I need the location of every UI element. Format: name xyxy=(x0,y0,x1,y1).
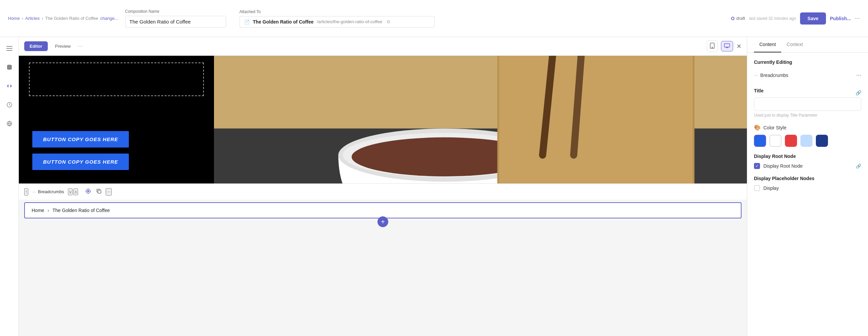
editor-button[interactable]: Editor xyxy=(24,41,48,51)
currently-editing-section: Currently Editing ··· Breadcrumbs ··· xyxy=(754,60,861,81)
hero-section: BUTTON COPY GOES HERE BUTTON COPY GOES H… xyxy=(19,56,747,183)
right-panel-body: Currently Editing ··· Breadcrumbs ··· Ti… xyxy=(747,53,868,198)
main-layout: Editor Preview ··· ✕ BUTTON COPY GOES HE… xyxy=(0,37,868,336)
hero-button-1[interactable]: BUTTON COPY GOES HERE xyxy=(32,131,129,147)
svg-rect-15 xyxy=(498,56,694,183)
top-actions: draft last saved 32 minutes ago Save Pub… xyxy=(731,12,860,25)
hero-button-2[interactable]: BUTTON COPY GOES HERE xyxy=(32,154,129,170)
title-section: Title 🔗 Used just to display Title Param… xyxy=(754,88,861,117)
breadcrumb-sep-2: › xyxy=(42,16,43,21)
editor-toolbar: Editor Preview ··· ✕ xyxy=(19,37,747,56)
composition-name-input[interactable] xyxy=(125,16,226,28)
title-link-icon[interactable]: 🔗 xyxy=(856,90,861,95)
component-dots-icon: ··· xyxy=(32,189,36,194)
component-more-button[interactable]: ··· xyxy=(106,188,111,196)
draft-label: draft xyxy=(737,16,745,21)
chevron-down-button[interactable]: ∨ xyxy=(68,189,73,195)
breadcrumb-current-page: The Golden Ratio of Coffee xyxy=(53,208,110,213)
svg-point-7 xyxy=(712,47,713,48)
composition-label: Composition Name xyxy=(125,9,233,14)
right-panel-tabs: Content Context xyxy=(747,37,868,53)
title-input[interactable] xyxy=(754,97,861,111)
title-section-label: Title xyxy=(754,88,764,93)
color-swatches xyxy=(754,135,861,147)
toolbar-right: ✕ xyxy=(707,40,742,52)
breadcrumb-component: Home › The Golden Ratio of Coffee xyxy=(24,202,742,219)
display-placeholder-checkbox[interactable] xyxy=(754,185,760,191)
swatch-light-blue[interactable] xyxy=(800,135,812,147)
display-placeholder-header: Display Placeholder Nodes xyxy=(754,176,861,181)
right-panel: Content Context Currently Editing ··· Br… xyxy=(747,37,868,336)
attached-label: Attached To xyxy=(240,9,724,14)
component-bar: ↑ ··· Breadcrumbs ∨ ∧ ··· xyxy=(19,183,747,200)
coffee-image: 100% GLACIAL WASHED xyxy=(214,56,747,183)
close-editor-button[interactable]: ✕ xyxy=(737,43,742,50)
component-label-area: ··· Breadcrumbs xyxy=(32,189,64,194)
svg-rect-0 xyxy=(6,46,12,47)
display-root-row: ✓ Display Root Node 🔗 xyxy=(754,163,861,169)
breadcrumb-change-link[interactable]: change... xyxy=(100,16,118,21)
palette-icon: 🎨 xyxy=(754,124,761,131)
publish-button[interactable]: Publish... xyxy=(830,16,851,21)
display-root-link-icon[interactable]: 🔗 xyxy=(856,164,861,169)
tab-content[interactable]: Content xyxy=(754,37,781,53)
swatch-white[interactable] xyxy=(769,135,781,147)
draft-badge: draft xyxy=(731,16,745,21)
canvas: BUTTON COPY GOES HERE BUTTON COPY GOES H… xyxy=(19,56,747,336)
swatch-dark-blue[interactable] xyxy=(816,135,828,147)
add-block-button[interactable]: + xyxy=(377,216,388,227)
display-root-checkbox-label: Display Root Node xyxy=(763,163,803,169)
sidebar-database-icon[interactable] xyxy=(3,61,16,73)
preview-button[interactable]: Preview xyxy=(51,41,75,51)
component-actions: ··· xyxy=(84,187,111,196)
svg-rect-27 xyxy=(98,190,101,193)
component-target-button[interactable] xyxy=(84,187,92,196)
editing-item-dots-icon: ··· xyxy=(754,73,758,78)
breadcrumb-sep-1: › xyxy=(22,16,23,21)
toolbar-more-button[interactable]: ··· xyxy=(78,43,83,49)
breadcrumb-home[interactable]: Home xyxy=(32,208,44,213)
mobile-view-button[interactable] xyxy=(707,40,718,52)
save-button[interactable]: Save xyxy=(800,12,826,25)
chevron-up-button[interactable]: ∧ xyxy=(73,189,78,195)
display-placeholder-section: Display Placeholder Nodes Display xyxy=(754,176,861,191)
attached-title: The Golden Ratio of Coffee xyxy=(253,19,314,25)
attached-url: /articles/the-golden-ratio-of-coffee xyxy=(317,19,382,24)
swatch-blue[interactable] xyxy=(754,135,766,147)
checkmark-icon: ✓ xyxy=(755,164,759,168)
attached-section: Attached To 📄 The Golden Ratio of Coffee… xyxy=(240,9,724,28)
component-back-button[interactable]: ↑ xyxy=(24,188,28,196)
display-root-checkbox[interactable]: ✓ xyxy=(754,163,760,169)
sidebar-global-icon[interactable] xyxy=(3,117,16,130)
display-placeholder-checkbox-label: Display xyxy=(763,186,779,191)
hero-left: BUTTON COPY GOES HERE BUTTON COPY GOES H… xyxy=(19,56,214,183)
last-saved-label: last saved 32 minutes ago xyxy=(749,16,796,21)
breadcrumb-component-wrapper: Home › The Golden Ratio of Coffee + xyxy=(19,200,747,221)
sidebar-menu-icon[interactable] xyxy=(3,42,16,55)
tab-context[interactable]: Context xyxy=(781,37,808,53)
sidebar-code-icon[interactable] xyxy=(3,80,16,92)
editor-area: Editor Preview ··· ✕ BUTTON COPY GOES HE… xyxy=(19,37,747,336)
title-hint: Used just to display Title Parameter xyxy=(754,113,861,117)
swatch-red[interactable] xyxy=(785,135,797,147)
editing-item-more-button[interactable]: ··· xyxy=(856,72,861,79)
sidebar-history-icon[interactable] xyxy=(3,99,16,111)
display-root-section: Display Root Node ✓ Display Root Node 🔗 xyxy=(754,154,861,169)
composition-section: Composition Name xyxy=(125,9,233,28)
currently-editing-label: Currently Editing xyxy=(754,60,861,65)
left-sidebar xyxy=(0,37,19,336)
breadcrumb-articles-link[interactable]: Articles xyxy=(25,16,40,21)
copy-icon[interactable]: ⧉ xyxy=(387,19,390,25)
desktop-view-button[interactable] xyxy=(721,41,733,52)
component-duplicate-button[interactable] xyxy=(95,187,103,196)
svg-rect-8 xyxy=(724,44,730,47)
breadcrumb-home-link[interactable]: Home xyxy=(8,16,20,21)
top-bar: Home › Articles › The Golden Ratio of Co… xyxy=(0,0,868,37)
svg-rect-1 xyxy=(6,48,12,49)
draft-dot xyxy=(731,17,735,20)
editing-item-row: ··· Breadcrumbs ··· xyxy=(754,69,861,81)
document-icon: 📄 xyxy=(244,19,250,25)
component-chevrons: ∨ ∧ xyxy=(68,189,78,195)
more-options-button[interactable]: ··· xyxy=(855,15,860,22)
color-style-label: 🎨 Color Style xyxy=(754,124,861,131)
